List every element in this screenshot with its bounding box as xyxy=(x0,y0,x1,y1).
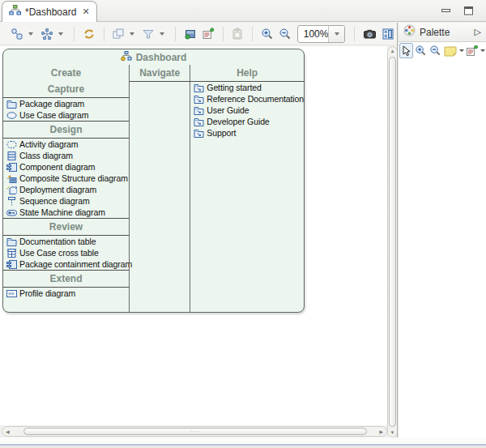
package-diagram-icon xyxy=(6,99,17,109)
state-machine-diagram-icon xyxy=(6,207,17,217)
toolbar-separator xyxy=(74,27,75,41)
item-package-containment-diagram[interactable]: Package containment diagram xyxy=(3,258,129,270)
note-tool-icon[interactable] xyxy=(443,43,458,58)
palette-panel: Palette ▷ xyxy=(399,23,486,437)
help-topic-icon xyxy=(193,128,204,138)
item-deployment-diagram[interactable]: Deployment diagram xyxy=(3,184,129,195)
use-case-cross-table-icon xyxy=(6,248,17,258)
dashboard-tab-icon xyxy=(9,5,21,19)
filter-icon[interactable] xyxy=(139,25,157,43)
status-strip xyxy=(0,437,486,448)
item-component-diagram[interactable]: Component diagram xyxy=(3,161,129,173)
zoom-level-value: 100% xyxy=(298,28,329,40)
palette-zoom-out-icon[interactable] xyxy=(428,43,442,58)
help-item-support[interactable]: Support xyxy=(190,127,304,139)
grid-layout-icon[interactable] xyxy=(379,25,397,43)
help-item-reference-documentation[interactable]: Reference Documentation xyxy=(190,93,304,105)
help-topic-icon xyxy=(193,105,204,115)
palette-zoom-in-icon[interactable] xyxy=(414,43,428,58)
item-activity-diagram[interactable]: Activity diagram xyxy=(3,139,129,150)
toolbar-separator xyxy=(223,27,224,41)
tab-title: *Dashboard xyxy=(25,6,76,18)
item-documentation-table[interactable]: Documentation table xyxy=(3,236,129,247)
svg-text:«»: «» xyxy=(8,291,15,297)
tab-dashboard[interactable]: *Dashboard ✕ xyxy=(2,1,97,22)
attach-note-icon[interactable] xyxy=(199,25,217,43)
navigate-column: Navigate xyxy=(129,65,190,312)
help-topic-icon xyxy=(193,83,204,92)
dashboard-panel-title: Dashboard xyxy=(3,49,304,65)
item-use-case-diagram[interactable]: Use Case diagram xyxy=(3,109,129,121)
help-topic-icon xyxy=(193,94,204,104)
palette-pin-icon[interactable]: ▷ xyxy=(475,27,481,37)
horizontal-scrollbar[interactable]: ◀ ··· ▶ xyxy=(2,426,387,437)
toolbar-separator xyxy=(104,27,104,41)
use-case-diagram-icon xyxy=(6,110,17,120)
new-diagram-icon[interactable] xyxy=(8,25,26,43)
tab-close-icon[interactable]: ✕ xyxy=(82,6,89,17)
activity-diagram-icon xyxy=(6,139,17,149)
zoom-level-combo[interactable]: 100% xyxy=(297,25,346,43)
editor-tab-bar: *Dashboard ✕ xyxy=(0,0,486,22)
scroll-left-icon[interactable]: ◀ xyxy=(6,428,10,436)
item-profile-diagram[interactable]: «» Profile diagram xyxy=(3,288,129,299)
diagram-canvas[interactable]: Dashboard Create Capture Package diagram xyxy=(0,46,387,425)
minimize-view-icon[interactable] xyxy=(439,4,454,17)
review-header: Review xyxy=(3,219,129,235)
application-window: *Dashboard ✕ xyxy=(0,0,486,448)
extend-header: Extend xyxy=(3,271,129,287)
note-attachment-dropdown-icon[interactable] xyxy=(480,49,485,52)
copy-appearance-dropdown-icon[interactable] xyxy=(130,32,134,36)
section-divider xyxy=(130,81,190,82)
scrollbar-grip: ··· xyxy=(191,429,200,434)
design-header: Design xyxy=(3,122,129,138)
profile-diagram-icon: «» xyxy=(6,288,17,298)
item-state-machine-diagram[interactable]: State Machine diagram xyxy=(3,207,129,218)
navigate-header: Navigate xyxy=(130,65,190,81)
palette-toolbar xyxy=(399,42,486,59)
help-item-user-guide[interactable]: User Guide xyxy=(190,105,304,116)
palette-icon xyxy=(403,24,416,40)
item-sequence-diagram[interactable]: Sequence diagram xyxy=(3,195,129,207)
item-class-diagram[interactable]: Class diagram xyxy=(3,150,129,161)
horizontal-scrollbar-thumb[interactable]: ··· xyxy=(23,428,367,435)
palette-title: Palette xyxy=(420,27,471,38)
toolbar-separator xyxy=(252,27,253,41)
palette-header[interactable]: Palette ▷ xyxy=(399,23,486,42)
item-use-case-cross-table[interactable]: Use Case cross table xyxy=(3,247,129,258)
item-package-diagram[interactable]: Package diagram xyxy=(3,98,129,109)
dashboard-title-text: Dashboard xyxy=(136,52,187,63)
filter-dropdown-icon[interactable] xyxy=(160,32,164,36)
zoom-in-icon[interactable] xyxy=(258,25,276,43)
maximize-view-icon[interactable] xyxy=(462,4,476,17)
note-tool-dropdown-icon[interactable] xyxy=(459,49,464,52)
help-item-developer-guide[interactable]: Developer Guide xyxy=(190,116,304,127)
capture-header: Capture xyxy=(3,81,129,97)
zoom-combo-dropdown-icon[interactable] xyxy=(328,26,344,42)
toolbar-separator xyxy=(175,27,176,41)
zoom-out-icon[interactable] xyxy=(276,25,294,43)
create-header: Create xyxy=(3,65,129,81)
create-column: Create Capture Package diagram Use Case xyxy=(3,65,129,312)
vertical-scrollbar-thumb[interactable] xyxy=(389,57,396,427)
diagram-toolbar: 100% xyxy=(0,23,397,45)
overview-icon[interactable] xyxy=(181,25,199,43)
package-containment-diagram-icon xyxy=(6,259,17,269)
arrange-dropdown-icon[interactable] xyxy=(58,32,63,36)
help-item-getting-started[interactable]: Getting started xyxy=(190,82,304,93)
note-attachment-tool-icon[interactable] xyxy=(465,43,479,58)
dashboard-panel: Dashboard Create Capture Package diagram xyxy=(2,49,305,313)
synchronize-icon[interactable] xyxy=(80,25,98,43)
scroll-up-icon[interactable]: ▲ xyxy=(388,49,397,53)
copy-appearance-icon[interactable] xyxy=(109,25,127,43)
item-composite-structure-diagram[interactable]: Composite Structure diagram xyxy=(3,173,129,184)
scroll-down-icon[interactable]: ▼ xyxy=(388,430,397,435)
paste-icon xyxy=(228,25,246,43)
new-diagram-dropdown-icon[interactable] xyxy=(28,32,33,36)
snapshot-icon[interactable] xyxy=(360,25,379,43)
component-diagram-icon xyxy=(6,162,17,172)
select-tool-icon[interactable] xyxy=(399,43,413,58)
scroll-right-icon[interactable]: ▶ xyxy=(379,428,383,436)
help-column: Help Getting started Reference Documenta… xyxy=(190,65,304,312)
arrange-icon[interactable] xyxy=(38,25,56,43)
